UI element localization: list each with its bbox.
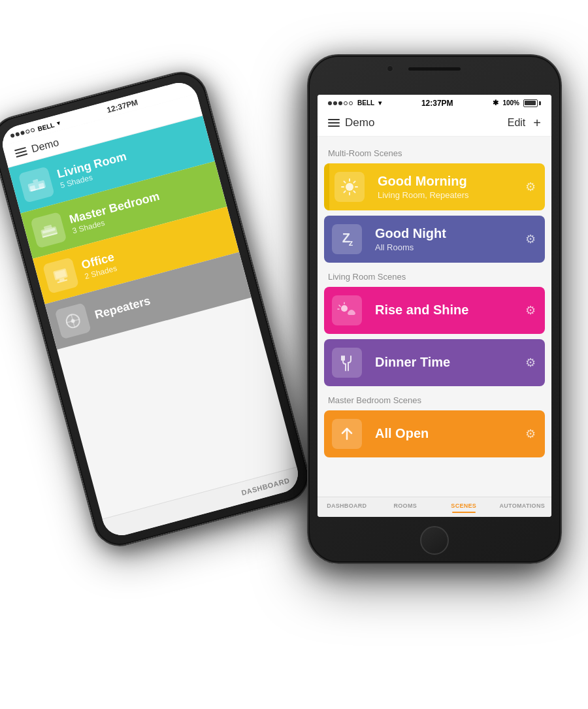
scene-good-night-name: Good Night [375, 226, 511, 241]
front-bluetooth-icon: ✱ [493, 99, 498, 107]
front-plus-button[interactable]: + [533, 116, 541, 131]
tab-scenes-indicator [452, 512, 476, 513]
front-phone: BELL ▾ 12:37PM ✱ 100% [307, 54, 562, 564]
scene-good-morning-sub: Living Room, Repeaters [378, 190, 511, 200]
tab-automations-label: AUTOMATIONS [500, 503, 545, 509]
back-tab-label: DASHBOARD [240, 476, 291, 496]
scene-good-morning[interactable]: Good Morning Living Room, Repeaters ⚙ [324, 163, 545, 210]
front-phone-shell: BELL ▾ 12:37PM ✱ 100% [307, 54, 562, 564]
scene-rise-shine-name: Rise and Shine [375, 303, 511, 318]
phones-container: BELL ▾ 12:37PM Demo [26, 35, 562, 675]
scene-good-night-icon: Zz [332, 224, 362, 254]
section-master-bedroom: Master Bedroom Scenes [318, 391, 551, 410]
scene-good-night-icon-area: Zz [324, 216, 370, 263]
svg-line-22 [344, 181, 346, 182]
back-phone-shell: BELL ▾ 12:37PM Demo [0, 65, 315, 552]
front-carrier: BELL [357, 99, 374, 107]
back-room-office-text: Office 2 Shades [80, 250, 118, 280]
front-nav-left: Demo [328, 116, 374, 129]
scene-dinner-time[interactable]: Dinner Time ⚙ [324, 339, 545, 386]
scene-all-open-icon-area [324, 410, 370, 457]
front-content: Multi-Room Scenes [318, 137, 551, 497]
home-button[interactable] [420, 526, 449, 555]
back-phone-screen: BELL ▾ 12:37PM Demo [0, 78, 302, 540]
back-room-office-icon [42, 257, 79, 293]
back-room-repeater-name: Repeaters [93, 293, 152, 322]
battery-icon [523, 99, 541, 107]
tab-rooms[interactable]: ROOMS [376, 503, 435, 513]
tab-scenes[interactable]: SCENES [434, 503, 493, 513]
tab-dashboard-label: DASHBOARD [327, 503, 367, 509]
dot4 [25, 129, 30, 133]
scene-good-morning-icon-area [327, 163, 372, 210]
front-nav-right: Edit + [508, 116, 541, 131]
scene-rise-shine-icon [332, 295, 362, 325]
scene-good-morning-icon [335, 172, 365, 202]
dot5 [30, 127, 35, 132]
scene-dinner-time-gear[interactable]: ⚙ [516, 339, 545, 386]
back-room-repeater-icon [55, 303, 91, 339]
scene-all-open-text: All Open [370, 410, 516, 457]
svg-line-24 [353, 181, 355, 182]
front-signal-dots [328, 101, 353, 105]
dot3 [20, 130, 25, 135]
scene-all-open-gear[interactable]: ⚙ [516, 410, 545, 457]
scene-rise-shine-icon-area [324, 287, 370, 334]
scene-rise-shine-gear[interactable]: ⚙ [516, 287, 545, 334]
svg-line-23 [353, 191, 355, 192]
back-phone: BELL ▾ 12:37PM Demo [0, 65, 315, 552]
scene-good-night-gear[interactable]: ⚙ [516, 216, 545, 263]
scene-good-night-text: Good Night All Rooms [370, 216, 516, 263]
front-camera [387, 65, 393, 72]
scene-good-morning-text: Good Morning Living Room, Repeaters [372, 163, 516, 210]
scene-all-open-icon [332, 419, 362, 449]
back-wifi: ▾ [56, 120, 61, 127]
back-room-living-icon [18, 166, 55, 203]
back-bottom-tab: DASHBOARD [103, 467, 302, 540]
scene-good-night[interactable]: Zz Good Night All Rooms ⚙ [324, 216, 545, 263]
dot2 [15, 131, 20, 136]
tab-dashboard[interactable]: DASHBOARD [318, 503, 376, 513]
scene-dinner-time-name: Dinner Time [375, 355, 511, 370]
scene-good-morning-gear[interactable]: ⚙ [516, 163, 545, 210]
back-room-master-icon [30, 211, 67, 248]
front-status-right: ✱ 100% [493, 99, 541, 107]
section-multi-room: Multi-Room Scenes [318, 144, 551, 163]
tab-rooms-label: ROOMS [393, 503, 417, 509]
back-room-repeater-text: Repeaters [93, 293, 152, 322]
back-carrier: BELL [37, 121, 55, 132]
tab-automations[interactable]: AUTOMATIONS [493, 503, 552, 513]
front-wifi-icon: ▾ [378, 99, 382, 107]
scene-all-open[interactable]: All Open ⚙ [324, 410, 545, 457]
front-hamburger-icon[interactable] [328, 119, 340, 127]
svg-line-28 [339, 305, 340, 306]
back-hamburger-icon[interactable] [14, 146, 27, 157]
front-status-bar: BELL ▾ 12:37PM ✱ 100% [318, 95, 551, 110]
dot1 [10, 133, 14, 137]
back-nav-title: Demo [30, 136, 60, 154]
section-living-room: Living Room Scenes [318, 268, 551, 287]
front-battery-pct: 100% [502, 99, 519, 107]
svg-point-26 [341, 305, 348, 312]
front-nav-bar: Demo Edit + [318, 110, 551, 137]
tab-scenes-label: SCENES [451, 503, 476, 509]
front-status-left: BELL ▾ [328, 99, 382, 107]
scene-all-open-name: All Open [375, 426, 511, 441]
front-phone-screen: BELL ▾ 12:37PM ✱ 100% [318, 95, 551, 517]
bottom-tabs: DASHBOARD ROOMS SCENES AUTOMATIONS [318, 497, 551, 517]
front-time: 12:37PM [421, 99, 453, 108]
svg-line-25 [344, 191, 346, 192]
scene-rise-shine-text: Rise and Shine [370, 287, 516, 334]
scene-good-night-sub: All Rooms [375, 242, 511, 252]
back-room-living-text: Living Room 5 Shades [56, 149, 130, 190]
front-speaker [408, 67, 461, 71]
scene-dinner-time-text: Dinner Time [370, 339, 516, 386]
scene-dinner-time-icon [332, 348, 362, 378]
scene-rise-shine[interactable]: Rise and Shine ⚙ [324, 287, 545, 334]
svg-point-17 [346, 183, 353, 191]
scene-good-morning-name: Good Morning [378, 174, 511, 189]
scene-dinner-time-icon-area [324, 339, 370, 386]
front-nav-title: Demo [345, 116, 374, 129]
front-edit-button[interactable]: Edit [508, 117, 526, 129]
